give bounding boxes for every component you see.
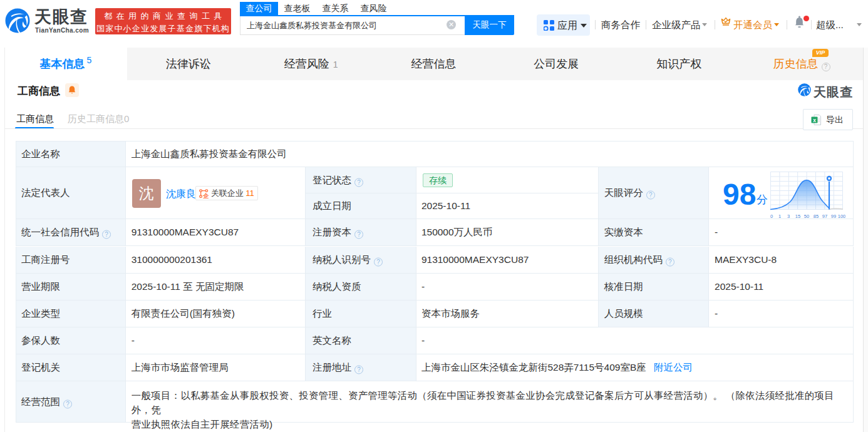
svg-text:15: 15 [795, 213, 800, 219]
svg-text:企: 企 [202, 192, 209, 198]
svg-text:50: 50 [804, 213, 809, 219]
svg-text:0: 0 [770, 213, 773, 219]
svg-text:97: 97 [822, 213, 827, 219]
svg-text:3: 3 [787, 213, 790, 219]
svg-text:99: 99 [831, 213, 836, 219]
svg-text:100: 100 [838, 213, 845, 219]
svg-text:1: 1 [778, 213, 781, 219]
svg-text:x: x [813, 117, 816, 123]
svg-text:85: 85 [814, 213, 819, 219]
